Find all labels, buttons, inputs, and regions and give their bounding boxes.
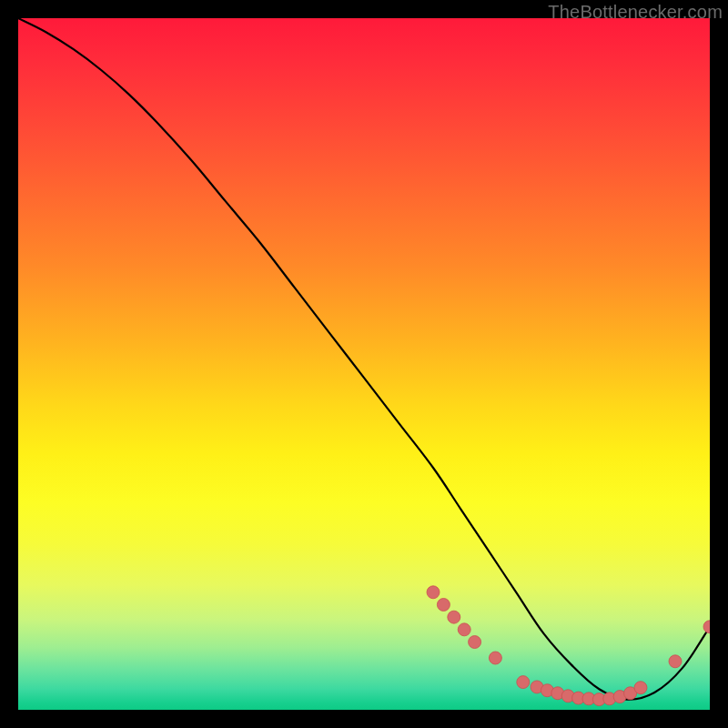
chart-overlay-svg — [18, 18, 710, 710]
data-marker — [517, 676, 530, 689]
watermark-text: TheBottlenecker.com — [548, 2, 723, 23]
data-marker — [669, 655, 682, 668]
data-marker — [448, 611, 460, 623]
chart-plot-area — [18, 18, 710, 710]
marker-group — [427, 586, 710, 706]
data-marker — [437, 598, 450, 611]
data-marker — [469, 636, 481, 649]
data-marker — [489, 652, 501, 664]
data-marker — [427, 586, 440, 599]
data-marker — [703, 621, 710, 633]
data-marker — [634, 682, 647, 694]
data-marker — [458, 623, 470, 636]
chart-stage: TheBottlenecker.com — [0, 0, 728, 728]
bottleneck-curve — [18, 18, 710, 700]
